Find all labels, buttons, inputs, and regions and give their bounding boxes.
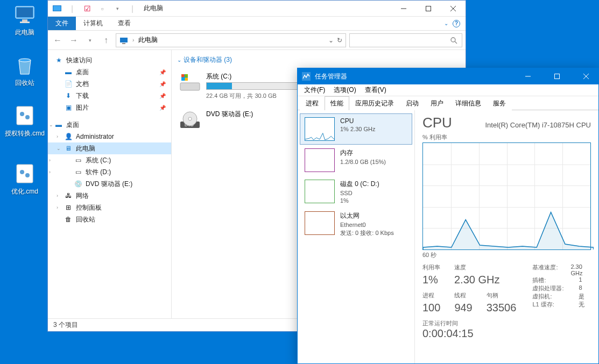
tree-this-pc[interactable]: ⌄🖥此电脑 [48,142,171,154]
desktop-icon-cmd2[interactable]: 优化.cmd [4,162,45,196]
control-panel-icon: ⊞ [64,203,73,212]
nav-up-button[interactable]: ↑ [100,34,112,47]
tab-view[interactable]: 查看 [110,17,138,30]
desktop-icon-recycle-bin[interactable]: 回收站 [4,54,45,88]
pin-icon: 📌 [159,105,166,111]
task-manager-window: 任务管理器 文件(F) 选项(O) 查看(V) 进程 性能 应用历史记录 启动 … [297,68,599,364]
tree-network[interactable]: ›🖧网络 [48,190,171,202]
close-button[interactable] [574,68,598,84]
cpu-spec-list: 基准速度:2.30 GHz 插槽:1 虚拟处理器:8 虚拟机:是 L1 缓存:无 [532,263,591,314]
expand-icon[interactable]: › [57,193,58,198]
tab-services[interactable]: 服务 [487,96,512,110]
download-icon: ⬇ [64,91,73,100]
close-button[interactable] [441,1,466,17]
tab-app-history[interactable]: 应用历史记录 [349,96,400,110]
expand-icon[interactable]: › [49,158,51,163]
tree-recycle-bin[interactable]: 🗑回收站 [48,213,171,225]
menu-view[interactable]: 查看(V) [362,85,390,95]
explorer-titlebar[interactable]: | ☑ ▫ ▾ | 此电脑 [48,1,466,17]
tab-file[interactable]: 文件 [48,17,76,30]
perf-item-disk[interactable]: 磁盘 0 (C: D:)SSD1% [300,176,412,208]
expand-icon[interactable]: › [57,205,58,210]
address-bar[interactable]: › 此电脑 ⌄ ↻ [116,33,346,47]
svg-rect-18 [122,43,125,44]
qat-file-icon[interactable]: ▫ [96,3,108,15]
tab-computer[interactable]: 计算机 [76,17,110,30]
tab-processes[interactable]: 进程 [300,96,325,110]
cpu-title: CPU [422,115,452,131]
monitor-icon [13,3,36,26]
perf-item-ethernet[interactable]: 以太网Ethernet0发送: 0 接收: 0 Kbps [300,208,412,241]
desktop-icon-this-pc[interactable]: 此电脑 [4,3,45,37]
collapse-icon[interactable]: ⌄ [177,57,181,63]
time-axis-label: 60 秒 [422,251,591,259]
tree-drive-d[interactable]: ›▭软件 (D:) [48,166,171,178]
menu-file[interactable]: 文件(F) [301,85,328,95]
tree-drive-c[interactable]: ›▭系统 (C:) [48,154,171,166]
minimize-button[interactable] [391,1,416,17]
taskmgr-tabs: 进程 性能 应用历史记录 启动 用户 详细信息 服务 [298,96,598,110]
cpu-mini-graph [305,117,335,141]
stat-threads: 949 [454,302,472,314]
pin-icon: 📌 [159,93,166,99]
tree-documents[interactable]: 📄文档📌 [48,78,171,90]
expand-icon[interactable]: › [57,134,58,139]
tree-dvd[interactable]: 💿DVD 驱动器 (E:) [48,178,171,190]
ribbon-tabs: 文件 计算机 查看 ⌄ ? [48,17,466,31]
nav-back-button[interactable]: ← [51,34,64,47]
taskmgr-menu: 文件(F) 选项(O) 查看(V) [298,84,598,96]
recycle-icon: 🗑 [64,215,73,224]
qat-explorer-icon[interactable] [51,3,63,15]
qat-properties-icon[interactable]: ☑ [81,3,93,15]
tree-desktop[interactable]: ▬桌面📌 [48,66,171,78]
drive-c[interactable]: 系统 (C:) 22.4 GB 可用，共 30.0 GB [177,70,311,102]
recycle-bin-icon [13,54,36,76]
tab-users[interactable]: 用户 [425,96,449,110]
taskmgr-titlebar[interactable]: 任务管理器 [298,68,598,84]
ribbon-expand-icon[interactable]: ⌄ [444,20,448,26]
svg-point-19 [451,38,455,42]
tree-desktop-root[interactable]: ⌄▬桌面 [48,119,171,131]
tree-quick-access[interactable]: ★快速访问 [48,54,171,66]
tree-pictures[interactable]: ▣图片📌 [48,102,171,113]
cpu-graph[interactable] [422,142,591,250]
search-input[interactable] [349,33,462,47]
help-icon[interactable]: ? [453,20,460,27]
tab-startup[interactable]: 启动 [400,96,425,110]
collapse-icon[interactable]: ⌄ [49,122,53,127]
taskmgr-icon [302,72,311,81]
perf-item-memory[interactable]: 内存1.2/8.0 GB (15%) [300,145,412,176]
qat-dropdown[interactable]: ▾ [111,3,123,15]
svg-rect-21 [180,83,200,90]
tree-control-panel[interactable]: ›⊞控制面板 [48,202,171,213]
disc-drive-icon: DVD [179,110,201,131]
minimize-button[interactable] [516,68,540,84]
breadcrumb-root-sep[interactable]: › [132,37,134,43]
tab-details[interactable]: 详细信息 [449,96,487,110]
desktop-icon-cmd1[interactable]: 授权转换.cmd [4,104,45,138]
stat-utilization: 1% [422,274,440,286]
tab-performance[interactable]: 性能 [325,96,349,110]
disc-icon: 💿 [74,180,82,188]
svg-point-6 [20,112,24,116]
address-dropdown-icon[interactable]: ⌄ [328,37,334,44]
maximize-button[interactable] [545,68,569,84]
util-axis-label: % 利用率 [422,133,591,141]
tree-administrator[interactable]: ›👤Administrator [48,131,171,142]
refresh-icon[interactable]: ↻ [337,37,342,44]
address-bar-row: ← → ▾ ↑ › 此电脑 ⌄ ↻ [48,31,466,50]
nav-recent-dropdown[interactable]: ▾ [83,34,96,47]
svg-point-9 [20,170,24,174]
expand-icon[interactable]: › [49,169,51,175]
breadcrumb[interactable]: 此电脑 [138,35,158,45]
uptime-value: 0:00:04:15 [422,327,591,340]
perf-item-cpu[interactable]: CPU1% 2.30 GHz [300,113,412,145]
menu-options[interactable]: 选项(O) [330,85,359,95]
maximize-button[interactable] [416,1,441,17]
nav-forward-button[interactable]: → [67,34,80,47]
stat-processes: 100 [422,302,440,314]
svg-point-31 [188,117,192,120]
collapse-icon[interactable]: ⌄ [57,146,61,151]
tree-downloads[interactable]: ⬇下载📌 [48,90,171,102]
pc-icon: 🖥 [64,144,73,153]
